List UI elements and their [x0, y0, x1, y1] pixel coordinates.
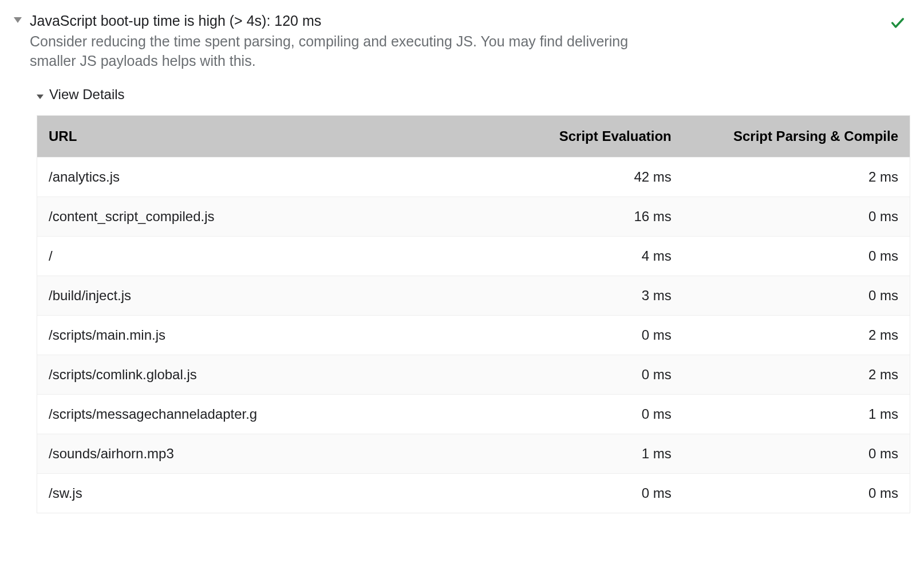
table-row: /content_script_compiled.js16 ms0 ms: [37, 197, 910, 237]
cell-eval: 0 ms: [456, 316, 683, 355]
cell-eval: 4 ms: [456, 237, 683, 276]
cell-url: /: [37, 237, 456, 276]
cell-parse: 0 ms: [683, 434, 910, 474]
audit-title: JavaScript boot-up time is high (> 4s): …: [30, 11, 890, 31]
table-row: /scripts/comlink.global.js0 ms2 ms: [37, 355, 910, 395]
cell-eval: 1 ms: [456, 434, 683, 474]
bootup-time-table: URL Script Evaluation Script Parsing & C…: [37, 116, 910, 513]
view-details-toggle[interactable]: View Details: [37, 87, 910, 103]
cell-parse: 2 ms: [683, 316, 910, 355]
cell-parse: 0 ms: [683, 276, 910, 316]
table-row: /build/inject.js3 ms0 ms: [37, 276, 910, 316]
col-header-url: URL: [37, 116, 456, 158]
expand-audit-icon[interactable]: [14, 17, 22, 23]
table-header-row: URL Script Evaluation Script Parsing & C…: [37, 116, 910, 158]
status-pass-icon: [890, 11, 910, 33]
cell-url: /analytics.js: [37, 158, 456, 197]
cell-eval: 16 ms: [456, 197, 683, 237]
table-row: /4 ms0 ms: [37, 237, 910, 276]
cell-url: /content_script_compiled.js: [37, 197, 456, 237]
cell-eval: 3 ms: [456, 276, 683, 316]
cell-parse: 0 ms: [683, 197, 910, 237]
cell-eval: 0 ms: [456, 395, 683, 434]
cell-parse: 1 ms: [683, 395, 910, 434]
view-details-label: View Details: [49, 87, 125, 103]
table-row: /sw.js0 ms0 ms: [37, 474, 910, 513]
cell-parse: 2 ms: [683, 158, 910, 197]
table-row: /scripts/main.min.js0 ms2 ms: [37, 316, 910, 355]
table-row: /scripts/messagechanneladapter.g0 ms1 ms: [37, 395, 910, 434]
cell-eval: 42 ms: [456, 158, 683, 197]
col-header-eval: Script Evaluation: [456, 116, 683, 158]
cell-parse: 0 ms: [683, 237, 910, 276]
cell-eval: 0 ms: [456, 474, 683, 513]
cell-url: /build/inject.js: [37, 276, 456, 316]
cell-url: /sw.js: [37, 474, 456, 513]
chevron-down-icon: [37, 95, 44, 99]
table-row: /sounds/airhorn.mp31 ms0 ms: [37, 434, 910, 474]
details-table-container: URL Script Evaluation Script Parsing & C…: [37, 115, 910, 513]
audit-header-row: JavaScript boot-up time is high (> 4s): …: [14, 11, 910, 70]
cell-url: /scripts/messagechanneladapter.g: [37, 395, 456, 434]
col-header-parse: Script Parsing & Compile: [683, 116, 910, 158]
table-row: /analytics.js42 ms2 ms: [37, 158, 910, 197]
audit-content: JavaScript boot-up time is high (> 4s): …: [30, 11, 890, 70]
cell-url: /sounds/airhorn.mp3: [37, 434, 456, 474]
cell-url: /scripts/main.min.js: [37, 316, 456, 355]
audit-description: Consider reducing the time spent parsing…: [30, 32, 660, 71]
cell-parse: 2 ms: [683, 355, 910, 395]
cell-url: /scripts/comlink.global.js: [37, 355, 456, 395]
cell-parse: 0 ms: [683, 474, 910, 513]
cell-eval: 0 ms: [456, 355, 683, 395]
